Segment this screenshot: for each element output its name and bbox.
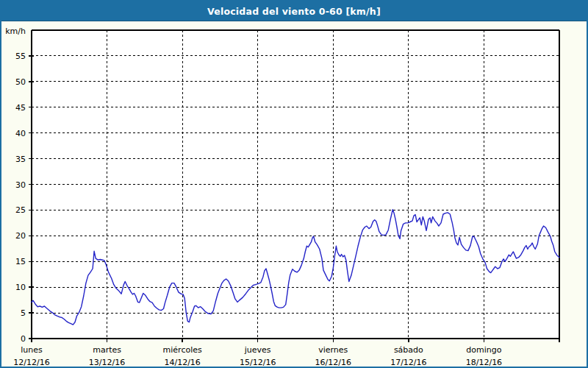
window-titlebar: Velocidad del viento 0-60 [km/h] [1, 1, 587, 21]
y-tick-label: 45 [15, 103, 26, 113]
y-tick-label: 5 [21, 308, 26, 318]
y-axis-unit-label: km/h [5, 26, 26, 36]
x-tick-day-label: martes [93, 345, 121, 355]
y-tick-label: 0 [21, 334, 26, 344]
y-tick-label: 25 [15, 205, 26, 215]
x-tick-day-label: jueves [244, 345, 271, 355]
x-tick-date-label: 17/12/16 [390, 358, 426, 367]
x-tick-date-label: 18/12/16 [466, 358, 502, 367]
x-tick-date-label: 13/12/16 [89, 358, 125, 367]
app-window: 0510152025303540455055km/hlunes12/12/16m… [0, 0, 588, 368]
y-tick-label: 50 [15, 77, 26, 87]
y-tick-label: 55 [15, 52, 26, 61]
x-tick-date-label: 12/12/16 [13, 358, 49, 367]
x-tick-date-label: 15/12/16 [240, 358, 276, 367]
y-tick-label: 20 [15, 231, 26, 241]
x-tick-date-label: 14/12/16 [164, 358, 200, 367]
plot-background [32, 30, 559, 339]
x-tick-day-label: sábado [394, 345, 423, 355]
chart-container: 0510152025303540455055km/hlunes12/12/16m… [0, 0, 588, 368]
y-tick-label: 30 [15, 180, 26, 190]
y-tick-label: 10 [15, 283, 26, 292]
x-tick-day-label: viernes [318, 345, 348, 355]
y-tick-label: 15 [15, 257, 26, 266]
window-title: Velocidad del viento 0-60 [km/h] [207, 6, 381, 17]
y-tick-label: 40 [15, 129, 26, 138]
x-tick-date-label: 16/12/16 [315, 358, 351, 367]
y-tick-label: 35 [15, 155, 26, 164]
x-tick-day-label: domingo [466, 345, 501, 355]
wind-speed-chart: 0510152025303540455055km/hlunes12/12/16m… [0, 0, 588, 368]
x-tick-day-label: miércoles [163, 345, 202, 355]
x-tick-day-label: lunes [21, 345, 43, 355]
